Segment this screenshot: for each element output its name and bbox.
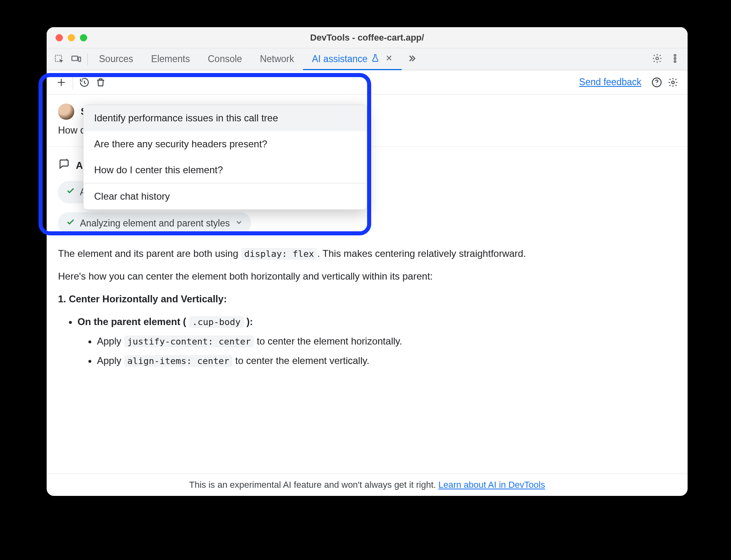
tab-label: Sources [99, 54, 133, 65]
window-title: DevTools - coffee-cart.app/ [47, 32, 688, 43]
clear-history-label: Clear chat history [94, 191, 170, 202]
tab-label: Network [260, 54, 294, 65]
history-item[interactable]: How do I center this element? [84, 157, 367, 183]
text: Apply [97, 355, 124, 366]
svg-point-8 [656, 84, 657, 85]
text: Apply [97, 336, 124, 347]
ai-sparkle-chat-icon [58, 157, 70, 174]
tab-network[interactable]: Network [251, 48, 303, 70]
tab-elements[interactable]: Elements [142, 48, 199, 70]
chevron-down-icon [235, 216, 243, 230]
svg-point-9 [672, 81, 675, 84]
text: to center the element horizontally. [254, 336, 402, 347]
history-item-label: Identify performance issues in this call… [94, 112, 278, 123]
code-inline: .cup-body [189, 316, 244, 328]
svg-point-4 [674, 54, 676, 56]
ai-assistance-toolbar: Send feedback [47, 70, 688, 95]
code-inline: justify-content: center [124, 336, 254, 347]
titlebar: DevTools - coffee-cart.app/ [47, 27, 688, 48]
code-inline: align-items: center [124, 355, 233, 367]
help-icon[interactable] [649, 74, 665, 90]
send-feedback-link[interactable]: Send feedback [579, 77, 641, 88]
divider [87, 53, 88, 65]
close-tab-icon[interactable] [385, 54, 393, 64]
tab-label: AI assistance [312, 54, 368, 65]
list-item: On the parent element ( .cup-body ): App… [77, 314, 676, 368]
tab-sources[interactable]: Sources [90, 48, 142, 70]
inspect-element-icon[interactable] [51, 54, 68, 65]
history-item[interactable]: Identify performance issues in this call… [84, 105, 367, 131]
new-chat-button[interactable] [53, 74, 69, 90]
history-item[interactable]: Are there any security headers present? [84, 131, 367, 157]
list-item: Apply align-items: center to center the … [97, 353, 676, 368]
svg-point-5 [674, 57, 676, 59]
tab-console[interactable]: Console [199, 48, 251, 70]
status-chip-analyzing-styles[interactable]: Analyzing element and parent styles [58, 212, 251, 235]
footer-text: This is an experimental AI feature and w… [189, 480, 438, 490]
history-item-label: How do I center this element? [94, 164, 223, 175]
svg-rect-2 [78, 57, 80, 61]
tab-ai-assistance[interactable]: AI assistance [303, 48, 402, 70]
devtools-window: DevTools - coffee-cart.app/ Sources Elem… [47, 27, 688, 496]
user-avatar [58, 103, 74, 120]
experimental-footer: This is an experimental AI feature and w… [47, 474, 688, 496]
device-toolbar-icon[interactable] [68, 54, 85, 65]
panel-settings-gear-icon[interactable] [665, 74, 681, 90]
delete-chat-button[interactable] [92, 74, 109, 90]
text: to center the element vertically. [232, 355, 369, 366]
text: On the parent element ( [77, 316, 189, 327]
text: The element and its parent are both usin… [58, 248, 241, 259]
svg-point-6 [674, 60, 676, 62]
ai-response-body: The element and its parent are both usin… [58, 246, 676, 368]
ai-label: A [76, 158, 83, 173]
svg-rect-1 [72, 56, 77, 60]
kebab-menu-icon[interactable] [670, 53, 680, 65]
chat-history-menu: Identify performance issues in this call… [83, 105, 367, 210]
text: . This makes centering relatively straig… [317, 248, 526, 259]
checkmark-icon [66, 185, 75, 199]
tab-label: Console [208, 54, 242, 65]
text: Here's how you can center the element bo… [58, 269, 676, 284]
list-item: Apply justify-content: center to center … [97, 334, 676, 349]
checkmark-icon [66, 216, 75, 230]
tab-bar: Sources Elements Console Network AI assi… [47, 48, 688, 70]
tab-label: Elements [151, 54, 190, 65]
history-button[interactable] [76, 74, 92, 90]
settings-gear-icon[interactable] [652, 53, 662, 65]
history-item-label: Are there any security headers present? [94, 138, 267, 149]
chip-label: Analyzing element and parent styles [80, 216, 230, 230]
section-heading: 1. Center Horizontally and Vertically: [58, 292, 676, 306]
clear-history-item[interactable]: Clear chat history [84, 183, 367, 209]
code-inline: display: flex [241, 248, 317, 260]
more-tabs-icon[interactable] [402, 53, 422, 65]
text: ): [244, 316, 253, 327]
learn-about-ai-link[interactable]: Learn about AI in DevTools [439, 480, 545, 490]
divider [73, 75, 73, 89]
experiment-beaker-icon [371, 54, 380, 65]
svg-point-3 [656, 57, 659, 60]
